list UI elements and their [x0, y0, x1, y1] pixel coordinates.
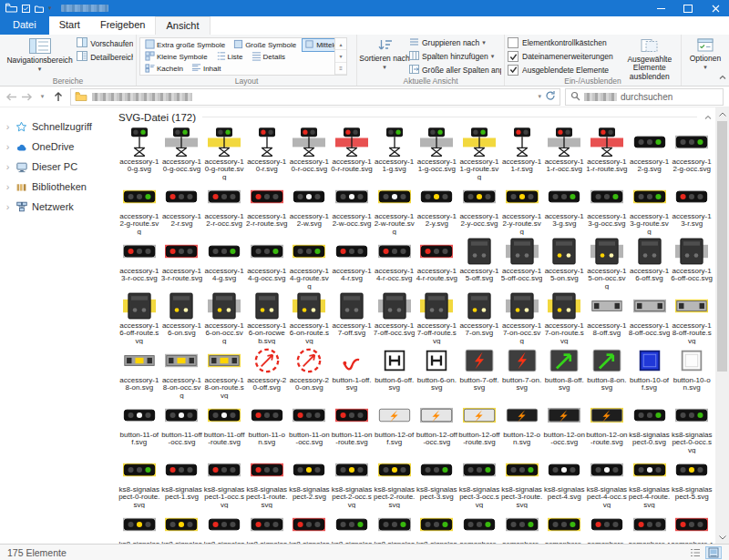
checkbox-icon[interactable]: [508, 51, 519, 62]
icons-view-toggle[interactable]: [705, 546, 722, 559]
file-tile[interactable]: accessory-12-r-occ.svg: [203, 180, 245, 235]
file-tile[interactable]: ks8-signalaspect-2-route.svg: [374, 453, 416, 508]
file-tile[interactable]: ks8-signalaspect-1.svg: [161, 453, 203, 508]
file-tile[interactable]: accessory-13-r-occ.svg: [118, 235, 160, 290]
file-tile[interactable]: accessory-15-on.svg: [543, 235, 585, 290]
file-tile[interactable]: button-12-off-occ.svg: [416, 399, 457, 453]
sidebar-item-bibliotheken[interactable]: ›Bibliotheken: [0, 177, 108, 197]
file-tile[interactable]: accessory-10-r-route.svg: [331, 126, 373, 180]
file-tile[interactable]: ks8-signalaspect-0-route.svg: [118, 453, 160, 508]
explorer-folder-icon[interactable]: [5, 0, 17, 16]
file-tile[interactable]: accessory-14-r-route.svg: [416, 235, 457, 290]
file-tile[interactable]: accessory-16-off.svg: [629, 235, 671, 290]
file-tile[interactable]: accessory-13-r-route.svg: [161, 235, 203, 290]
file-tile[interactable]: accessory-16-off-route.svg: [118, 290, 160, 344]
file-tile[interactable]: accessory-12-y-occ.svg: [458, 180, 500, 235]
file-tile[interactable]: accessory-13-g-route.svg: [629, 180, 671, 235]
file-tile[interactable]: ks8-signalaspect-4-route.svg: [629, 453, 671, 508]
navigation-pane-button[interactable]: Navigationsbereich ▾: [3, 37, 77, 76]
file-tile[interactable]: accessory-15-on-occ.svg: [586, 235, 628, 290]
file-tile[interactable]: accessory-17-off-occ.svg: [374, 290, 416, 344]
file-tile[interactable]: ks8-signalaspect-5-occ.svg: [118, 508, 160, 544]
file-tile[interactable]: ks8-signalaspect-6-occ.svg: [246, 508, 288, 544]
file-tile[interactable]: button-7-off.svg: [458, 344, 500, 399]
file-tile[interactable]: semaphore-g-occ.svg: [501, 508, 543, 544]
file-tile[interactable]: ks8-signalaspect-5.svg: [671, 453, 713, 508]
file-tile[interactable]: accessory-18-on.svg: [118, 344, 160, 399]
gallery-up-icon[interactable]: ▴: [335, 38, 346, 50]
chevron-right-icon[interactable]: ›: [5, 161, 11, 172]
file-tile[interactable]: button-10-on.svg: [671, 344, 713, 399]
chevron-right-icon[interactable]: ›: [5, 141, 11, 152]
refresh-icon[interactable]: [545, 88, 556, 105]
file-tile[interactable]: button-12-on-occ.svg: [543, 399, 585, 453]
file-tile[interactable]: ks8-signalaspect-3.svg: [416, 453, 457, 508]
file-tile[interactable]: accessory-20-off.svg: [246, 344, 288, 399]
file-tile[interactable]: button-11-on.svg: [246, 399, 288, 453]
file-tile[interactable]: button-11-off-route.svg: [203, 399, 245, 453]
file-tile[interactable]: accessory-16-on.svg: [161, 290, 203, 344]
sidebar-item-onedrive[interactable]: ›OneDrive: [0, 137, 108, 157]
file-tile[interactable]: accessory-18-off.svg: [586, 290, 628, 344]
file-tile[interactable]: ks8-signalaspect-2-occ.svg: [331, 453, 373, 508]
file-tile[interactable]: accessory-20-on.svg: [289, 344, 331, 399]
sidebar-item-dieser-pc[interactable]: ›Dieser PC: [0, 157, 108, 177]
chevron-right-icon[interactable]: ›: [5, 181, 11, 192]
scroll-up-icon[interactable]: [715, 107, 729, 120]
file-tile[interactable]: accessory-10-g-route.svg: [203, 126, 245, 180]
file-tile[interactable]: ks8-signalaspect-0.svg: [629, 399, 671, 453]
checkbox-elementkontrollk-stchen[interactable]: Elementkontrollkästchen: [508, 37, 621, 49]
file-tile[interactable]: accessory-12-r-route.svg: [246, 180, 288, 235]
chevron-right-icon[interactable]: ›: [5, 201, 11, 212]
file-tile[interactable]: accessory-13-g-occ.svg: [586, 180, 628, 235]
scrollbar-thumb[interactable]: [717, 121, 727, 372]
file-tile[interactable]: accessory-14-g.svg: [203, 235, 245, 290]
hide-selected-button[interactable]: Ausgewählte Elemente ausblenden: [621, 37, 678, 76]
file-tile[interactable]: button-7-on.svg: [501, 344, 543, 399]
file-tile[interactable]: semaphore-g.svg: [458, 508, 500, 544]
up-button[interactable]: [50, 88, 66, 105]
file-tile[interactable]: accessory-17-on.svg: [458, 290, 500, 344]
tab-datei[interactable]: Datei: [0, 16, 49, 35]
file-tile[interactable]: accessory-10-g.svg: [118, 126, 160, 180]
add-columns-button[interactable]: Spalten hinzufügen▾: [409, 51, 501, 63]
checkbox-ausgeblendete-elemente[interactable]: Ausgeblendete Elemente: [508, 64, 621, 76]
view-option-inhalt[interactable]: Inhalt: [189, 62, 224, 75]
file-tile[interactable]: accessory-18-off-occ.svg: [629, 290, 671, 344]
file-tile[interactable]: button-11-off-occ.svg: [161, 399, 203, 453]
file-tile[interactable]: accessory-11-g.svg: [374, 126, 416, 180]
file-tile[interactable]: ks8-signalaspect-7-occ.svg: [374, 508, 416, 544]
file-tile[interactable]: accessory-17-off.svg: [331, 290, 373, 344]
file-tile[interactable]: accessory-12-w.svg: [289, 180, 331, 235]
file-tile[interactable]: ks8-signalaspect-3-occ.svg: [458, 453, 500, 508]
file-tile[interactable]: ks8-signalaspect-4.svg: [543, 453, 585, 508]
file-tile[interactable]: button-8-off.svg: [543, 344, 585, 399]
recent-locations-chevron-icon[interactable]: ▾: [35, 88, 50, 105]
file-tile[interactable]: accessory-11-g-occ.svg: [416, 126, 457, 180]
checkbox-icon[interactable]: [508, 37, 519, 48]
file-tile[interactable]: accessory-11-r-route.svg: [586, 126, 628, 180]
minimize-button[interactable]: [647, 0, 674, 16]
file-tile[interactable]: button-12-on-route.svg: [586, 399, 628, 453]
qat-properties-icon[interactable]: [22, 0, 30, 16]
file-tile[interactable]: accessory-16-off-occ.svg: [671, 235, 713, 290]
file-tile[interactable]: accessory-15-off-occ.svg: [501, 235, 543, 290]
file-tile[interactable]: button-8-on.svg: [586, 344, 628, 399]
file-tile[interactable]: accessory-13-g.svg: [543, 180, 585, 235]
vertical-scrollbar[interactable]: [715, 107, 729, 544]
preview-pane-button[interactable]: Vorschaufenster: [77, 37, 133, 49]
file-tile[interactable]: accessory-10-r.svg: [246, 126, 288, 180]
file-tile[interactable]: accessory-11-r.svg: [501, 126, 543, 180]
sidebar-item-netzwerk[interactable]: ›Netzwerk: [0, 197, 108, 217]
close-button[interactable]: [702, 0, 729, 16]
details-view-toggle[interactable]: [687, 546, 703, 559]
maximize-button[interactable]: [674, 0, 702, 16]
file-tile[interactable]: ks8-signalaspect-3-route.svg: [501, 453, 543, 508]
file-tile[interactable]: accessory-14-r.svg: [331, 235, 373, 290]
group-by-button[interactable]: Gruppieren nach▾: [409, 37, 501, 49]
back-button[interactable]: [4, 88, 19, 105]
tab-ansicht[interactable]: Ansicht: [155, 16, 210, 35]
file-tile[interactable]: accessory-13-r.svg: [671, 180, 713, 235]
file-tile[interactable]: semaphore-r-occ.svg: [629, 508, 671, 544]
search-box[interactable]: durchsuchen: [565, 88, 724, 106]
